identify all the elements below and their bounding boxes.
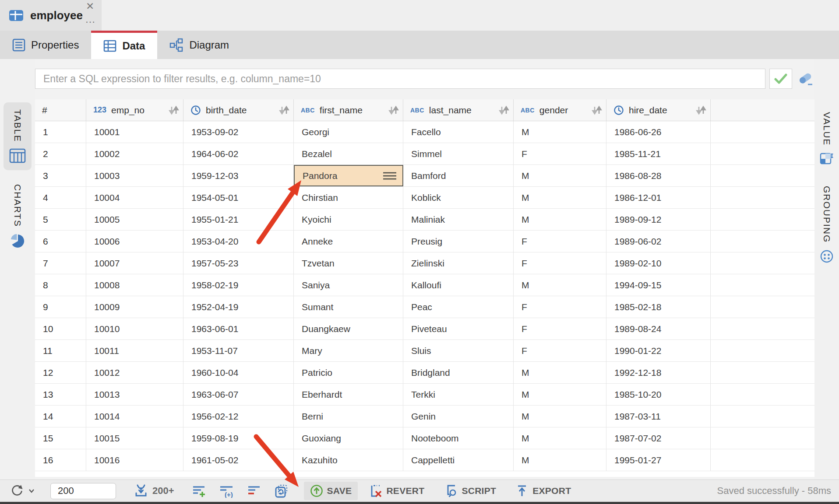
column-header-last_name[interactable]: ABClast_name — [403, 99, 514, 121]
table-cell[interactable]: 1953-04-20 — [183, 231, 294, 252]
table-cell[interactable]: 1959-12-03 — [183, 165, 294, 186]
table-cell[interactable]: M — [514, 449, 606, 471]
table-cell[interactable]: Simmel — [403, 143, 514, 164]
table-cell[interactable]: 10005 — [86, 209, 183, 230]
tab-data[interactable]: Data — [91, 31, 157, 59]
refresh-button[interactable] — [10, 484, 35, 497]
table-cell[interactable]: Genin — [403, 406, 514, 427]
table-cell[interactable]: Maliniak — [403, 209, 514, 230]
tab-overflow-icon[interactable]: … — [85, 13, 96, 25]
table-cell[interactable]: Koblick — [403, 187, 514, 208]
table-cell[interactable]: 1956-02-12 — [183, 406, 294, 427]
table-cell[interactable]: Chirstian — [294, 187, 403, 208]
table-cell[interactable]: 1989-02-10 — [606, 252, 711, 274]
clear-filter-button[interactable] — [797, 71, 814, 87]
duplicate-row-button[interactable]: (+) — [219, 484, 234, 498]
row-number-cell[interactable]: 8 — [35, 274, 86, 296]
table-cell[interactable]: 1957-05-23 — [183, 252, 294, 274]
table-cell[interactable]: 10009 — [86, 296, 183, 318]
table-cell[interactable]: Bezalel — [294, 143, 403, 164]
sort-icon[interactable] — [388, 105, 399, 115]
edited-cell[interactable]: Pandora — [294, 165, 403, 186]
table-cell[interactable]: 10016 — [86, 449, 183, 471]
table-cell[interactable]: Peac — [403, 296, 514, 318]
table-cell[interactable]: Zielinski — [403, 252, 514, 274]
row-number-cell[interactable]: 9 — [35, 296, 86, 318]
table-cell[interactable]: 1964-06-02 — [183, 143, 294, 164]
table-cell[interactable]: Terkki — [403, 384, 514, 405]
row-number-cell[interactable]: 16 — [35, 449, 86, 471]
table-cell[interactable]: 1958-02-19 — [183, 274, 294, 296]
table-cell[interactable]: 1959-08-19 — [183, 427, 294, 449]
table-cell[interactable]: F — [514, 296, 606, 318]
column-header-first_name[interactable]: ABCfirst_name — [294, 99, 403, 121]
table-cell[interactable]: Bamford — [403, 165, 514, 186]
table-cell[interactable]: 10007 — [86, 252, 183, 274]
table-cell[interactable]: 1985-10-20 — [606, 384, 711, 405]
cell-menu-icon[interactable] — [382, 171, 397, 181]
script-button[interactable]: SCRIPT — [444, 484, 496, 498]
table-cell[interactable]: Saniya — [294, 274, 403, 296]
table-cell[interactable]: Kazuhito — [294, 449, 403, 471]
table-cell[interactable]: 10008 — [86, 274, 183, 296]
apply-filter-button[interactable] — [769, 69, 792, 89]
row-number-cell[interactable]: 4 — [35, 187, 86, 208]
table-cell[interactable]: M — [514, 165, 606, 186]
table-cell[interactable]: Facello — [403, 121, 514, 143]
table-cell[interactable]: Kyoichi — [294, 209, 403, 230]
table-cell[interactable]: 1992-12-18 — [606, 362, 711, 383]
table-cell[interactable]: Preusig — [403, 231, 514, 252]
table-cell[interactable]: 1985-11-21 — [606, 143, 711, 164]
column-header-rownum[interactable]: # — [35, 99, 86, 121]
table-cell[interactable]: 10006 — [86, 231, 183, 252]
table-cell[interactable]: 1953-09-02 — [183, 121, 294, 143]
column-header-hire_date[interactable]: hire_date — [606, 99, 711, 121]
table-cell[interactable]: 10004 — [86, 187, 183, 208]
table-cell[interactable]: F — [514, 318, 606, 340]
table-cell[interactable]: M — [514, 384, 606, 405]
chevron-down-icon[interactable] — [28, 489, 35, 493]
refresh-row-button[interactable] — [274, 484, 289, 498]
table-cell[interactable]: M — [514, 406, 606, 427]
column-header-birth_date[interactable]: birth_date — [183, 99, 294, 121]
table-cell[interactable]: 1961-05-02 — [183, 449, 294, 471]
row-number-cell[interactable]: 1 — [35, 121, 86, 143]
table-cell[interactable]: Georgi — [294, 121, 403, 143]
sort-icon[interactable] — [498, 105, 510, 115]
tab-properties[interactable]: Properties — [0, 31, 91, 59]
table-cell[interactable]: 10011 — [86, 340, 183, 361]
column-header-emp_no[interactable]: 123emp_no — [86, 99, 183, 121]
row-number-cell[interactable]: 6 — [35, 231, 86, 252]
rail-tab-grouping[interactable]: GROUPING — [816, 179, 837, 270]
column-header-gender[interactable]: ABCgender — [514, 99, 606, 121]
sort-icon[interactable] — [278, 105, 290, 115]
table-cell[interactable]: 1960-10-04 — [183, 362, 294, 383]
table-cell[interactable]: 1987-07-02 — [606, 427, 711, 449]
table-cell[interactable]: 1952-04-19 — [183, 296, 294, 318]
delete-row-button[interactable] — [247, 484, 261, 498]
table-cell[interactable]: 10002 — [86, 143, 183, 164]
table-cell[interactable]: 1955-01-21 — [183, 209, 294, 230]
sort-icon[interactable] — [695, 105, 707, 115]
table-cell[interactable]: 1987-03-11 — [606, 406, 711, 427]
row-number-cell[interactable]: 14 — [35, 406, 86, 427]
table-cell[interactable]: M — [514, 187, 606, 208]
row-number-cell[interactable]: 5 — [35, 209, 86, 230]
table-cell[interactable]: Duangkaew — [294, 318, 403, 340]
sql-filter-input[interactable] — [35, 69, 765, 89]
table-cell[interactable]: 1989-09-12 — [606, 209, 711, 230]
table-cell[interactable]: Guoxiang — [294, 427, 403, 449]
row-number-cell[interactable]: 15 — [35, 427, 86, 449]
table-cell[interactable]: Sluis — [403, 340, 514, 361]
rail-tab-charts[interactable]: CHARTS — [4, 177, 32, 255]
table-cell[interactable]: Kalloufi — [403, 274, 514, 296]
table-cell[interactable]: 10012 — [86, 362, 183, 383]
table-cell[interactable]: F — [514, 340, 606, 361]
table-cell[interactable]: 1989-06-02 — [606, 231, 711, 252]
row-number-cell[interactable]: 3 — [35, 165, 86, 186]
table-cell[interactable]: Piveteau — [403, 318, 514, 340]
table-cell[interactable]: 1953-11-07 — [183, 340, 294, 361]
table-cell[interactable]: 1963-06-07 — [183, 384, 294, 405]
add-row-button[interactable] — [192, 484, 206, 498]
table-cell[interactable]: 1963-06-01 — [183, 318, 294, 340]
